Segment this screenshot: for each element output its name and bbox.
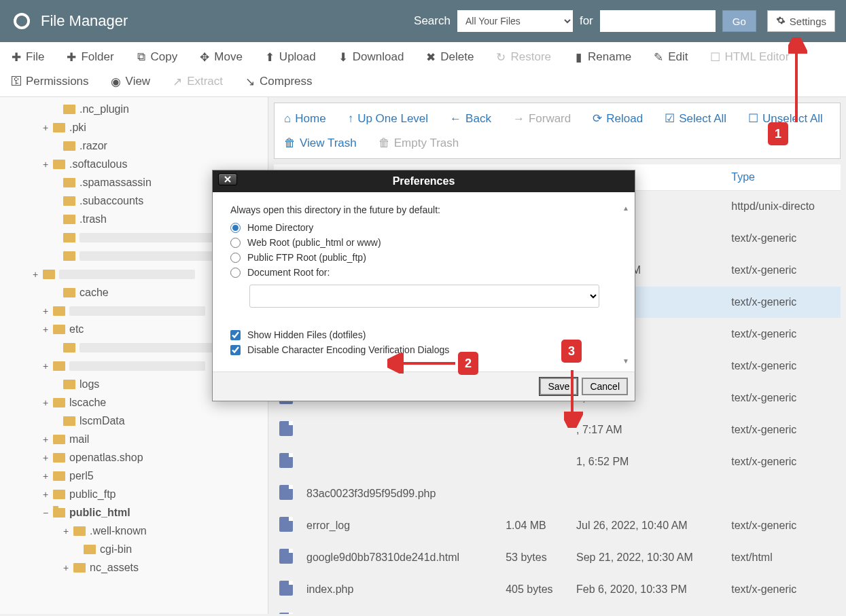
- checkbox-input[interactable]: [230, 345, 241, 355]
- tree-toggle-icon[interactable]: +: [41, 324, 50, 335]
- toolbar-file-button[interactable]: ✚File: [7, 46, 48, 68]
- tree-label: cgi-bin: [100, 543, 132, 556]
- toolbar-compress-button[interactable]: ↘Compress: [241, 71, 316, 92]
- tree-toggle-icon[interactable]: +: [41, 452, 50, 463]
- folder-icon: [53, 306, 65, 316]
- toolbar-edit-button[interactable]: ✎Edit: [649, 46, 692, 68]
- search-input[interactable]: [600, 10, 716, 32]
- tree-toggle-icon[interactable]: +: [41, 361, 50, 372]
- toolbar-delete-button[interactable]: ✖Delete: [421, 46, 478, 68]
- tree-toggle-icon[interactable]: −: [41, 507, 50, 518]
- radio-input[interactable]: [230, 223, 241, 233]
- up-icon: ↑: [348, 112, 354, 126]
- nav-empty-trash-button: 🗑Empty Trash: [373, 132, 464, 154]
- folder-icon: [53, 490, 65, 499]
- tree-item[interactable]: +cgi-bin: [0, 540, 268, 558]
- tree-label: .pki: [69, 122, 86, 134]
- radio-option[interactable]: Home Directory: [230, 222, 617, 233]
- checkbox-input[interactable]: [230, 330, 241, 340]
- radio-option[interactable]: Document Root for:: [230, 267, 617, 278]
- toolbar-move-button[interactable]: ✥Move: [195, 46, 247, 68]
- tree-item[interactable]: −public_html: [0, 503, 268, 522]
- html-icon: ☐: [710, 52, 721, 62]
- folder-icon: [63, 288, 75, 297]
- checkbox-option[interactable]: Show Hidden Files (dotfiles): [230, 329, 617, 340]
- tree-toggle-icon[interactable]: +: [41, 471, 50, 482]
- toolbar-folder-button[interactable]: ✚Folder: [62, 46, 118, 68]
- toolbar-upload-button[interactable]: ⬆Upload: [260, 46, 320, 68]
- scrollbar-icon[interactable]: [622, 204, 633, 365]
- tree-toggle-icon[interactable]: +: [61, 526, 71, 537]
- tree-item[interactable]: +nc_assets: [0, 558, 268, 577]
- folder-icon: [63, 343, 75, 352]
- tree-label: [80, 343, 215, 352]
- docroot-select[interactable]: [249, 285, 599, 308]
- tree-toggle-icon[interactable]: +: [41, 434, 50, 445]
- radio-input[interactable]: [230, 253, 241, 263]
- folder-icon: [63, 380, 75, 389]
- tree-item[interactable]: +perl5: [0, 467, 268, 485]
- tree-label: etc: [69, 323, 84, 336]
- tree-item[interactable]: +.well-known: [0, 522, 268, 540]
- toolbar-download-button[interactable]: ⬇Download: [334, 46, 408, 68]
- plus-icon: ✚: [66, 52, 77, 62]
- nav-home-button[interactable]: ⌂Home: [279, 107, 332, 130]
- annotation-arrow-2: [387, 353, 462, 376]
- file-type: text/x-generic: [726, 255, 841, 287]
- toolbar-permissions-button[interactable]: ⚿Permissions: [7, 71, 93, 92]
- table-row[interactable]: 1, 6:52 PMtext/x-generic: [274, 446, 841, 478]
- close-icon[interactable]: [218, 173, 237, 185]
- tree-label: [80, 233, 215, 242]
- table-row[interactable]: , 7:17 AMtext/x-generic: [274, 414, 841, 446]
- radio-input[interactable]: [230, 268, 241, 278]
- settings-button[interactable]: Settings: [767, 10, 835, 32]
- column-header[interactable]: Type: [726, 164, 841, 191]
- table-row[interactable]: error_log1.04 MBJul 26, 2022, 10:40 AMte…: [274, 510, 841, 542]
- table-row[interactable]: license.txt19.45 KBMar 30, 2023, 6:53 AM…: [274, 606, 841, 615]
- file-name: license.txt: [301, 606, 500, 615]
- search-scope-select[interactable]: All Your Files: [457, 10, 573, 32]
- move-icon: ✥: [199, 52, 210, 62]
- tree-toggle-icon[interactable]: +: [31, 269, 40, 280]
- tree-item[interactable]: +public_ftp: [0, 485, 268, 503]
- tree-item[interactable]: +lscmData: [0, 412, 268, 430]
- tree-item[interactable]: +.razor: [0, 137, 268, 155]
- tree-item[interactable]: +.nc_plugin: [0, 100, 268, 118]
- nav-up-one-level-button[interactable]: ↑Up One Level: [342, 107, 434, 130]
- table-row[interactable]: 83ac0023f3d95f95d99.php: [274, 478, 841, 510]
- nav-select-all-button[interactable]: ☑Select All: [659, 107, 732, 130]
- tree-item[interactable]: +mail: [0, 430, 268, 448]
- nav-back-button[interactable]: ←Back: [444, 107, 497, 130]
- radio-option[interactable]: Web Root (public_html or www): [230, 237, 617, 248]
- nav-reload-button[interactable]: ⟳Reload: [587, 107, 648, 130]
- tree-toggle-icon[interactable]: +: [41, 397, 50, 408]
- radio-option[interactable]: Public FTP Root (public_ftp): [230, 252, 617, 263]
- back-icon: ←: [450, 112, 461, 126]
- folder-icon: [63, 251, 75, 261]
- table-row[interactable]: google9d0bb78310de241d.html53 bytesSep 2…: [274, 542, 841, 574]
- tree-toggle-icon[interactable]: +: [41, 122, 50, 133]
- tree-toggle-icon[interactable]: +: [41, 489, 50, 500]
- table-row[interactable]: index.php405 bytesFeb 6, 2020, 10:33 PMt…: [274, 574, 841, 606]
- tree-toggle-icon[interactable]: +: [41, 159, 50, 170]
- toolbar-rename-button[interactable]: ▮Rename: [569, 46, 635, 68]
- toolbar-view-button[interactable]: ◉View: [107, 71, 155, 92]
- go-button[interactable]: Go: [722, 10, 756, 32]
- extract-icon: ↗: [172, 76, 183, 87]
- select-all-icon: ☑: [665, 111, 675, 126]
- file-type: text/x-generic: [726, 446, 841, 478]
- file-size: [500, 478, 571, 510]
- tree-label: public_ftp: [69, 488, 116, 501]
- toolbar-copy-button[interactable]: ⧉Copy: [132, 46, 182, 68]
- toolbar-restore-button: ↻Restore: [491, 46, 555, 68]
- tree-item[interactable]: +openatlas.shop: [0, 448, 268, 467]
- nav-view-trash-button[interactable]: 🗑View Trash: [279, 132, 362, 154]
- file-size: [500, 446, 571, 478]
- cancel-button[interactable]: Cancel: [582, 378, 628, 395]
- tree-item[interactable]: +.pki: [0, 118, 268, 137]
- radio-input[interactable]: [230, 238, 241, 248]
- tree-toggle-icon[interactable]: +: [41, 306, 50, 316]
- file-name: google9d0bb78310de241d.html: [301, 542, 500, 574]
- folder-icon: [53, 453, 65, 463]
- tree-toggle-icon[interactable]: +: [61, 562, 71, 573]
